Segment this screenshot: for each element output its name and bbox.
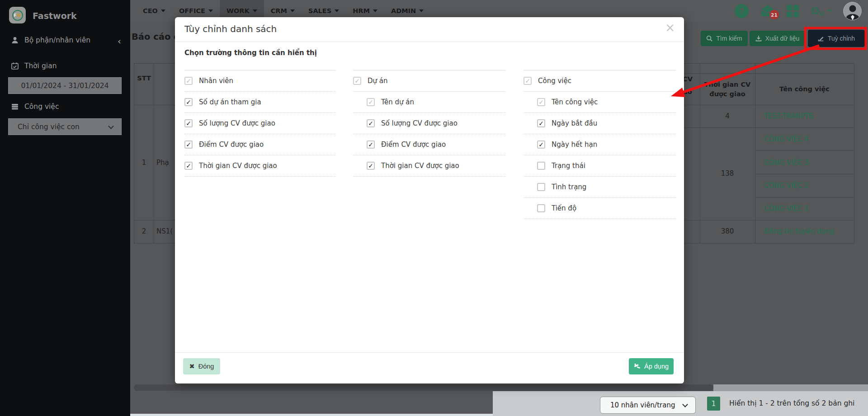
sidebar-item-label: Thời gian	[24, 62, 57, 70]
checkbox-checked[interactable]	[184, 119, 193, 127]
sidebar: FW Fastwork Bộ phận/nhân viên ‹ Thời gia…	[0, 0, 130, 416]
task-link[interactable]: Đăng tin tuyển dụng	[764, 227, 834, 235]
employee-name-fragment: NS1(	[156, 224, 176, 238]
user-avatar[interactable]	[843, 2, 862, 20]
checkbox-checked[interactable]	[367, 162, 375, 170]
task-link[interactable]: CÔNG VIỆC 2	[764, 182, 809, 190]
checkbox-checked[interactable]	[184, 98, 193, 106]
page-bottom-edge	[130, 414, 493, 416]
checkbox-checked[interactable]	[537, 119, 545, 127]
task-filter-select[interactable]: Chỉ công việc con	[8, 118, 122, 135]
field-option-row[interactable]: Tình trạng	[524, 177, 676, 198]
field-option-row[interactable]: Tiến độ	[524, 198, 676, 219]
hscrollbar-track[interactable]	[713, 384, 868, 391]
field-option-row[interactable]: Trạng thái	[524, 155, 676, 177]
checkbox-unchecked[interactable]	[537, 162, 545, 170]
checkbox-checked-disabled	[524, 77, 532, 85]
checkbox-checked-disabled	[184, 77, 193, 85]
field-label: Nhân viên	[199, 77, 233, 85]
field-group-row[interactable]: Nhân viên	[184, 70, 335, 92]
checkbox-checked-disabled	[353, 77, 361, 85]
checkbox-unchecked[interactable]	[537, 204, 545, 212]
fastwork-logo[interactable]: FW	[9, 7, 26, 23]
date-range-input[interactable]: 01/01/2024 - 31/01/2024	[8, 77, 122, 94]
close-icon[interactable]: ×	[665, 22, 675, 33]
customize-button-label: Tuỳ chỉnh	[828, 35, 855, 42]
modal-apply-button[interactable]: Áp dụng	[629, 358, 674, 374]
collapse-chevron-icon[interactable]: ‹	[118, 36, 121, 47]
field-option-row[interactable]: Số dự án tham gia	[184, 92, 335, 113]
field-option-row[interactable]: Điểm CV được giao	[353, 134, 505, 155]
field-option-row[interactable]: Tên dự án	[353, 92, 505, 113]
field-option-row[interactable]: Thời gian CV được giao	[353, 155, 505, 177]
modal-title: Tùy chỉnh danh sách	[184, 23, 277, 34]
download-icon	[755, 35, 762, 42]
field-label: Dự án	[368, 77, 388, 85]
checkbox-unchecked[interactable]	[537, 183, 545, 191]
task-link[interactable]: TEST-TRANPTB	[764, 112, 813, 120]
task-link[interactable]: CÔNG VIỆC 1	[764, 205, 809, 213]
field-option-row[interactable]: Thời gian CV được giao	[184, 155, 335, 177]
page-number-button[interactable]: 1	[707, 397, 720, 411]
modal-close-button[interactable]: ✖ Đóng	[183, 358, 220, 374]
nav-menu-label: SALES	[308, 7, 331, 14]
sidebar-item-department[interactable]: Bộ phận/nhân viên	[11, 36, 90, 44]
field-group-row[interactable]: Công việc	[524, 70, 676, 92]
checkbox-checked[interactable]	[184, 162, 193, 170]
task-list-icon	[11, 103, 19, 111]
field-option-row[interactable]: Tên công việc	[524, 92, 676, 113]
navbar-icons: ? 21 ⚙⚙	[735, 2, 862, 20]
modal-header-divider	[175, 42, 684, 42]
row-number: 2	[134, 224, 154, 238]
time-value-cell: 380	[700, 224, 755, 238]
user-icon	[11, 36, 19, 44]
field-option-row[interactable]: Ngày hết hạn	[524, 134, 676, 155]
column-header-fragment: CV	[683, 75, 693, 83]
modal-subtitle: Chọn trường thông tin cần hiển thị	[184, 49, 317, 57]
field-label: Công việc	[538, 77, 571, 85]
row-number: 1	[134, 156, 154, 169]
checkbox-checked[interactable]	[537, 140, 545, 149]
field-group-row[interactable]: Dự án	[353, 70, 505, 92]
brand-name: Fastwork	[33, 11, 77, 21]
checkbox-checked-disabled	[367, 98, 375, 106]
hscrollbar-thumb[interactable]	[134, 384, 713, 391]
export-button[interactable]: Xuất dữ liệu	[750, 31, 805, 46]
search-button[interactable]: Tìm kiếm	[701, 31, 748, 46]
settings-button[interactable]: ⚙⚙	[810, 5, 832, 17]
customize-button[interactable]: Tuỳ chỉnh	[808, 30, 865, 47]
chevron-down-icon	[419, 9, 424, 12]
sidebar-item-time: Thời gian	[11, 62, 57, 70]
chevron-down-icon	[682, 402, 688, 407]
notifications-button[interactable]: 21	[760, 4, 775, 18]
field-label: Thời gian CV được giao	[381, 162, 459, 170]
task-filter-value: Chỉ công việc con	[18, 123, 80, 131]
task-link[interactable]: CÔNG VIỆC 3	[764, 159, 809, 167]
field-label: Điểm CV được giao	[381, 140, 446, 149]
field-label: Ngày bắt đầu	[552, 119, 597, 127]
field-label: Tình trạng	[552, 183, 586, 191]
field-option-row[interactable]: Số lượng CV được giao	[184, 113, 335, 134]
field-label: Số lượng CV được giao	[199, 119, 275, 127]
nav-menu-label: OFFICE	[179, 7, 205, 14]
nav-menu-ceo[interactable]: CEO	[136, 0, 172, 22]
per-page-select[interactable]: 10 nhân viên/trang	[600, 397, 696, 414]
gear-small-icon: ⚙	[819, 10, 825, 17]
field-label: Số lượng CV được giao	[381, 119, 458, 127]
chevron-down-icon	[335, 9, 339, 12]
field-option-row[interactable]: Số lượng CV được giao	[353, 113, 505, 134]
field-label: Tên dự án	[381, 98, 414, 106]
checkbox-checked[interactable]	[184, 140, 193, 149]
modal-footer-divider	[175, 352, 684, 353]
help-icon[interactable]: ?	[735, 4, 749, 18]
chevron-down-icon	[253, 9, 257, 12]
checkbox-checked[interactable]	[367, 140, 375, 149]
field-option-row[interactable]: Điểm CV được giao	[184, 134, 335, 155]
search-button-label: Tìm kiếm	[716, 35, 742, 42]
gear-icon: ⚙	[810, 5, 820, 16]
task-link[interactable]: CÔNG VIỆC 4	[764, 135, 809, 143]
apps-grid-icon[interactable]	[787, 5, 799, 17]
nav-menu-label: CRM	[271, 7, 287, 14]
checkbox-checked[interactable]	[367, 119, 375, 127]
field-option-row[interactable]: Ngày bắt đầu	[524, 113, 676, 134]
